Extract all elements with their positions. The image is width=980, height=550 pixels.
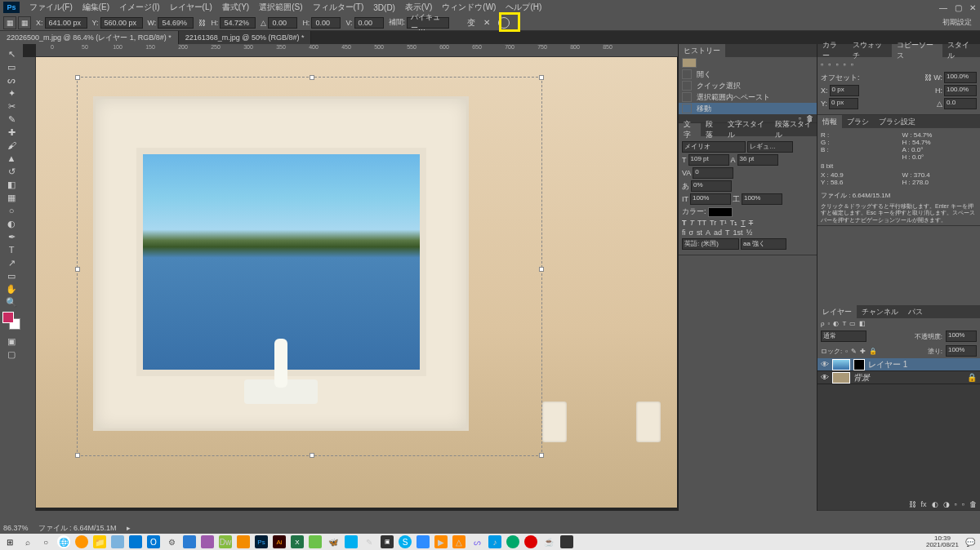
fill-field[interactable]: 100% — [946, 345, 977, 357]
fi-btn[interactable]: fi — [682, 228, 686, 237]
music-icon[interactable]: ♪ — [488, 535, 501, 548]
angle-field[interactable]: 0.00 — [268, 17, 297, 29]
brushsettings-tab[interactable]: ブラシ設定 — [874, 115, 920, 128]
channels-tab[interactable]: チャンネル — [857, 305, 903, 318]
layer-thumb-1[interactable] — [832, 359, 850, 370]
clone-src-3-icon[interactable]: ▫ — [835, 60, 838, 69]
clone-src-4-icon[interactable]: ▫ — [844, 60, 846, 69]
interp-field[interactable]: バイキュー… — [407, 17, 449, 29]
settings-icon[interactable]: ⚙ — [165, 535, 178, 548]
quickmask-tool[interactable]: ▣ — [2, 335, 20, 348]
menu-window[interactable]: ウィンドウ(W) — [437, 2, 501, 13]
layer-name-bg[interactable]: 背景 — [853, 372, 870, 384]
ps-taskbar-icon[interactable]: Ps — [255, 535, 268, 548]
aa-field[interactable]: aa 強く — [741, 238, 786, 250]
vis-icon-bg[interactable]: 👁 — [821, 373, 829, 382]
layer-mask-1[interactable] — [853, 359, 865, 370]
fg-color[interactable] — [2, 312, 14, 323]
layer-thumb-bg[interactable] — [832, 372, 850, 384]
start-icon[interactable]: ⊞ — [3, 535, 16, 548]
fx-icon[interactable]: fx — [921, 500, 927, 508]
link-layers-icon[interactable]: ⛓ — [909, 500, 916, 508]
warp-icon[interactable]: 变 — [467, 17, 475, 29]
filter-shape-icon[interactable]: ▭ — [849, 320, 856, 327]
subscript-btn[interactable]: T₁ — [730, 219, 738, 227]
layer-name-1[interactable]: レイヤー 1 — [868, 359, 907, 370]
search-icon[interactable]: ⌕ — [21, 535, 34, 548]
crop-tool[interactable]: ✂ — [2, 100, 20, 113]
link-icon[interactable]: ⛓ — [198, 19, 206, 27]
ai-taskbar-icon[interactable]: Ai — [273, 535, 286, 548]
doc-tab-1[interactable]: 22026500_m.jpg @ 86.4% (レイヤー 1, RGB/8#) … — [0, 31, 179, 44]
menu-type[interactable]: 書式(Y) — [217, 2, 254, 13]
app-icon-3[interactable]: ✎ — [363, 535, 376, 548]
zoom-tool[interactable]: 🔍 — [2, 295, 20, 308]
copysource-tab[interactable]: コピーソース — [892, 44, 942, 57]
notepad-icon[interactable] — [111, 535, 124, 548]
gradient-tool[interactable]: ▦ — [2, 191, 20, 204]
screenmode-tool[interactable]: ▢ — [2, 348, 20, 361]
workspace-label[interactable]: 初期設定 — [942, 17, 972, 28]
layer-row-1[interactable]: 👁 レイヤー 1 — [817, 358, 980, 371]
leading-field[interactable]: 36 pt — [737, 154, 778, 166]
mask-icon[interactable]: ◐ — [932, 500, 938, 508]
heal-tool[interactable]: ✚ — [2, 126, 20, 139]
smallcaps-btn[interactable]: Tr — [710, 219, 716, 227]
transform-icon[interactable]: ▦ — [3, 16, 16, 29]
app-icon-6[interactable]: ☕ — [542, 535, 555, 548]
menu-filter[interactable]: フィルター(T) — [308, 2, 369, 13]
cs-h-field[interactable]: 100.0% — [944, 85, 977, 96]
menu-file[interactable]: ファイル(F) — [24, 2, 78, 13]
vis-icon-1[interactable]: 👁 — [821, 360, 829, 369]
menu-help[interactable]: ヘルプ(H) — [501, 2, 546, 13]
cancel-transform-icon[interactable]: ✕ — [483, 18, 490, 27]
canvas[interactable]: 止 — [36, 57, 678, 511]
wand-tool[interactable]: ✦ — [2, 86, 20, 100]
excel-icon[interactable]: X — [291, 535, 304, 548]
allcaps-btn[interactable]: TT — [697, 219, 706, 227]
butterfly-icon[interactable]: 🦋 — [327, 535, 340, 548]
sublime-icon[interactable] — [237, 535, 250, 548]
clock[interactable]: 10:39 2021/08/21 — [926, 535, 959, 548]
x-field[interactable]: 641.00 px — [45, 17, 87, 29]
notif-icon[interactable]: 💬 — [964, 535, 977, 548]
word-icon[interactable] — [183, 535, 196, 548]
lock-pos-icon[interactable]: ✚ — [860, 348, 866, 355]
history-item-move[interactable]: 移動 — [679, 103, 817, 114]
char-tab[interactable]: 文字 — [679, 123, 701, 136]
hskew-field[interactable]: 0.00 — [311, 17, 341, 29]
doc-tab-2[interactable]: 22161368_m.jpg @ 50% (RGB/8#) * — [179, 31, 312, 44]
italic-btn[interactable]: T — [690, 219, 695, 227]
cortana-icon[interactable]: ○ — [39, 535, 52, 548]
t1-btn[interactable]: T — [725, 228, 730, 237]
brush-tab[interactable]: ブラシ — [842, 115, 874, 128]
lang-field[interactable]: 英語: (米国) — [682, 238, 739, 250]
y-field[interactable]: 560.00 px — [100, 17, 143, 29]
strike-btn[interactable]: T — [749, 219, 754, 227]
lock-pixel-icon[interactable]: ✎ — [851, 348, 857, 355]
app-icon-4[interactable]: ᔕ — [470, 535, 483, 548]
filter-type-icon[interactable]: T — [842, 320, 846, 327]
layer-row-bg[interactable]: 👁 背景 🔒 — [817, 371, 980, 384]
app-icon-2[interactable] — [345, 535, 358, 548]
charstyle-tab[interactable]: 文字スタイル — [723, 123, 769, 136]
dw-icon[interactable]: Dw — [219, 535, 232, 548]
max-button[interactable]: ▢ — [951, 2, 965, 13]
half-btn[interactable]: ½ — [746, 228, 753, 237]
outlook-icon[interactable]: O — [147, 535, 160, 548]
history-tab[interactable]: ヒストリー — [679, 44, 725, 57]
text-color-swatch[interactable] — [708, 207, 733, 217]
filter-smart-icon[interactable]: ◧ — [859, 320, 866, 327]
chrome-icon[interactable]: 🌐 — [57, 535, 70, 548]
ad-btn[interactable]: ad — [714, 228, 722, 237]
a-btn[interactable]: A — [706, 228, 710, 237]
parastyle-tab[interactable]: 段落スタイル — [770, 123, 817, 136]
filter-adj-icon[interactable]: ◐ — [833, 320, 839, 327]
bold-btn[interactable]: T — [682, 219, 687, 227]
trash-icon[interactable]: 🗑 — [969, 500, 977, 508]
doc-info-arrow[interactable]: ▸ — [127, 524, 131, 532]
hscale-field[interactable]: 100% — [742, 193, 782, 205]
vskew-field[interactable]: 0.00 — [354, 17, 384, 29]
shape-tool[interactable]: ▭ — [2, 269, 20, 282]
paths-tab[interactable]: パス — [903, 305, 928, 318]
